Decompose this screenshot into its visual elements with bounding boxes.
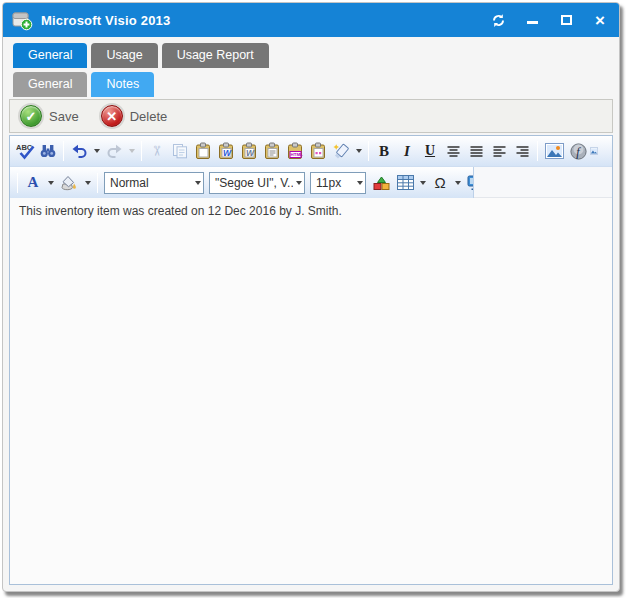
undo-icon bbox=[71, 143, 88, 160]
align-right-button[interactable] bbox=[511, 140, 533, 162]
insert-image-button[interactable] bbox=[542, 140, 566, 162]
font-color-icon: A bbox=[28, 174, 39, 191]
special-char-button[interactable]: Ω bbox=[429, 172, 451, 194]
font-family-value: "Segoe UI", V... bbox=[215, 176, 293, 190]
special-char-dropdown[interactable] bbox=[452, 172, 463, 194]
toolbar-separator bbox=[537, 141, 538, 161]
highlight-color-icon bbox=[60, 175, 78, 191]
window-title: Microsoft Visio 2013 bbox=[41, 13, 170, 28]
css-styles-button[interactable] bbox=[369, 172, 393, 194]
svg-text:W: W bbox=[223, 148, 232, 158]
font-size-select[interactable]: 11px bbox=[310, 172, 366, 194]
app-icon bbox=[11, 9, 33, 31]
secondary-tabs: General Notes bbox=[3, 68, 619, 97]
toolbar-separator bbox=[63, 141, 64, 161]
window-controls: × bbox=[489, 11, 609, 29]
rich-text-editor: ABC bbox=[9, 135, 613, 585]
paragraph-style-value: Normal bbox=[110, 176, 192, 190]
undo-button[interactable] bbox=[68, 140, 90, 162]
paste-from-word-icon: W bbox=[217, 142, 235, 160]
format-eraser-icon bbox=[332, 142, 350, 160]
font-family-dropdown[interactable] bbox=[293, 172, 304, 194]
copy-icon bbox=[172, 143, 188, 159]
align-center-button[interactable] bbox=[442, 140, 464, 162]
tab-general[interactable]: General bbox=[13, 43, 87, 68]
italic-icon: I bbox=[404, 143, 410, 160]
media-player-button[interactable] bbox=[464, 172, 474, 194]
paragraph-style-dropdown[interactable] bbox=[192, 172, 203, 194]
align-justify-button[interactable] bbox=[465, 140, 487, 162]
css-styles-icon bbox=[373, 175, 390, 191]
dialog-window: Microsoft Visio 2013 × General Usage Usa… bbox=[2, 2, 620, 592]
primary-tabs: General Usage Usage Report bbox=[3, 37, 619, 68]
align-justify-icon bbox=[468, 143, 485, 160]
paste-from-word-button[interactable]: W bbox=[215, 140, 237, 162]
command-bar: ✓ Save ✕ Delete bbox=[9, 99, 613, 133]
redo-icon bbox=[106, 143, 123, 160]
editor-toolbar-row2-wrap: A Normal "Segoe UI", V... 11px bbox=[10, 167, 612, 198]
font-size-value: 11px bbox=[316, 176, 354, 190]
font-size-dropdown[interactable] bbox=[354, 172, 365, 194]
paste-html-button[interactable]: HTML bbox=[284, 140, 306, 162]
insert-media-icon bbox=[590, 143, 598, 159]
note-text: This inventory item was created on 12 De… bbox=[19, 204, 342, 218]
underline-icon: U bbox=[425, 143, 435, 159]
highlight-color-dropdown[interactable] bbox=[82, 172, 93, 194]
subtab-general[interactable]: General bbox=[13, 72, 87, 97]
cut-icon: ✂ bbox=[149, 145, 165, 157]
toolbar-separator bbox=[141, 141, 142, 161]
format-eraser-button[interactable] bbox=[330, 140, 352, 162]
undo-dropdown[interactable] bbox=[91, 140, 102, 162]
tab-usage[interactable]: Usage bbox=[91, 43, 157, 68]
save-label: Save bbox=[49, 109, 79, 124]
maximize-button[interactable] bbox=[557, 11, 575, 29]
insert-media-button[interactable] bbox=[590, 140, 598, 162]
align-center-icon bbox=[445, 143, 462, 160]
paste-button[interactable] bbox=[192, 140, 214, 162]
align-left-button[interactable] bbox=[488, 140, 510, 162]
redo-button[interactable] bbox=[103, 140, 125, 162]
refresh-button[interactable] bbox=[489, 11, 507, 29]
find-button[interactable] bbox=[37, 140, 59, 162]
bold-button[interactable]: B bbox=[373, 140, 395, 162]
format-eraser-dropdown[interactable] bbox=[353, 140, 364, 162]
highlight-color-button[interactable] bbox=[57, 172, 81, 194]
editor-content[interactable]: This inventory item was created on 12 De… bbox=[10, 198, 612, 584]
titlebar: Microsoft Visio 2013 × bbox=[3, 3, 619, 37]
tab-usage-report[interactable]: Usage Report bbox=[162, 43, 269, 68]
refresh-icon bbox=[491, 13, 506, 28]
insert-flash-button[interactable]: f bbox=[567, 140, 589, 162]
paste-special-button[interactable] bbox=[307, 140, 329, 162]
underline-button[interactable]: U bbox=[419, 140, 441, 162]
svg-text:HTML: HTML bbox=[291, 152, 304, 157]
copy-button[interactable] bbox=[169, 140, 191, 162]
spellcheck-button[interactable]: ABC bbox=[14, 140, 36, 162]
redo-dropdown[interactable] bbox=[126, 140, 137, 162]
spellcheck-icon: ABC bbox=[16, 142, 35, 160]
insert-table-button[interactable] bbox=[394, 172, 416, 194]
font-family-select[interactable]: "Segoe UI", V... bbox=[209, 172, 305, 194]
delete-x-icon: ✕ bbox=[101, 105, 123, 127]
paste-text-button[interactable] bbox=[261, 140, 283, 162]
minimize-icon bbox=[527, 21, 538, 24]
minimize-button[interactable] bbox=[523, 11, 541, 29]
toolbar-separator bbox=[368, 141, 369, 161]
italic-button[interactable]: I bbox=[396, 140, 418, 162]
paste-word-cleanup-button[interactable]: W bbox=[238, 140, 260, 162]
cut-button[interactable]: ✂ bbox=[146, 140, 168, 162]
maximize-icon bbox=[561, 15, 572, 25]
editor-toolbar-row1: ABC bbox=[10, 136, 612, 167]
special-char-icon: Ω bbox=[434, 174, 445, 191]
font-color-dropdown[interactable] bbox=[45, 172, 56, 194]
insert-image-icon bbox=[545, 143, 564, 159]
align-left-icon bbox=[491, 143, 508, 160]
delete-button[interactable]: ✕ Delete bbox=[101, 105, 168, 127]
font-color-button[interactable]: A bbox=[22, 172, 44, 194]
save-button[interactable]: ✓ Save bbox=[20, 105, 79, 127]
close-button[interactable]: × bbox=[591, 11, 609, 29]
subtab-notes[interactable]: Notes bbox=[91, 72, 154, 97]
insert-table-dropdown[interactable] bbox=[417, 172, 428, 194]
paragraph-style-select[interactable]: Normal bbox=[104, 172, 204, 194]
paste-icon bbox=[194, 142, 212, 160]
insert-flash-icon: f bbox=[570, 143, 587, 160]
